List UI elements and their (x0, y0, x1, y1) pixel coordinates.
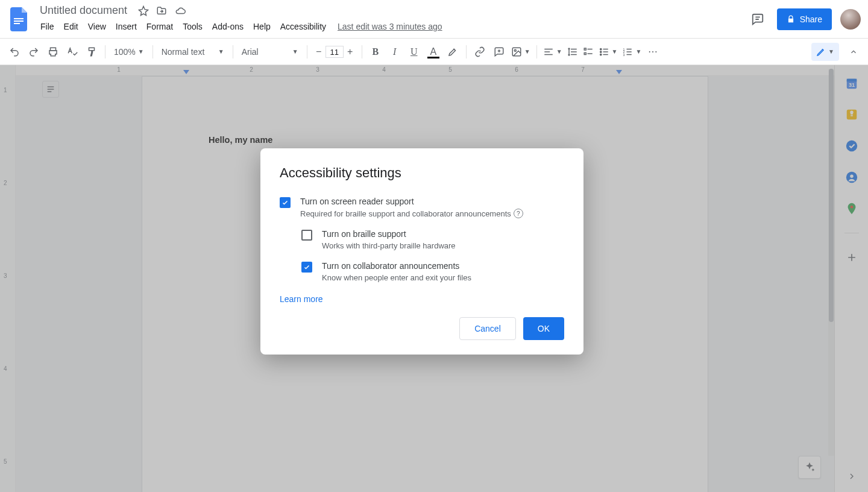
font-size-control: − 11 + (312, 45, 357, 58)
collapse-toolbar-button[interactable] (845, 43, 862, 60)
paint-format-button[interactable] (83, 43, 100, 60)
separator (233, 45, 233, 58)
doc-title-area: Untitled document File Edit View Insert … (36, 3, 448, 34)
workspace: 1 2 3 4 5 1 2 3 4 5 6 7 Hello, my name (0, 65, 868, 492)
cloud-status-icon[interactable] (174, 5, 186, 16)
caret-down-icon: ▼ (635, 48, 641, 55)
spellcheck-button[interactable] (64, 43, 81, 60)
svg-point-9 (600, 51, 601, 52)
caret-down-icon: ▼ (828, 48, 834, 55)
separator (153, 45, 153, 58)
font-size-decrease[interactable]: − (312, 45, 326, 58)
pencil-icon (816, 47, 826, 57)
italic-button[interactable]: I (386, 43, 403, 60)
header-bar: Untitled document File Edit View Insert … (0, 0, 868, 39)
menu-format[interactable]: Format (142, 19, 177, 34)
docs-logo[interactable] (7, 7, 31, 31)
insert-link-button[interactable] (471, 43, 488, 60)
paragraph-style-value: Normal text (162, 47, 205, 57)
font-value: Arial (242, 47, 259, 57)
dialog-title: Accessibility settings (280, 165, 564, 181)
align-dropdown[interactable]: ▼ (542, 43, 564, 60)
star-icon[interactable] (138, 5, 149, 16)
caret-down-icon: ▼ (218, 48, 224, 55)
doc-title[interactable]: Untitled document (36, 3, 131, 18)
bold-button[interactable]: B (367, 43, 384, 60)
svg-rect-1 (14, 20, 24, 22)
font-size-increase[interactable]: + (344, 45, 357, 58)
zoom-value: 100% (114, 47, 136, 57)
caret-down-icon: ▼ (292, 48, 298, 55)
highlight-button[interactable] (444, 43, 461, 60)
print-button[interactable] (45, 43, 61, 60)
undo-button[interactable] (6, 43, 23, 60)
numbered-list-dropdown[interactable]: 123▼ (621, 43, 643, 60)
font-size-value[interactable]: 11 (326, 46, 344, 58)
share-label: Share (800, 14, 822, 24)
option-label: Turn on screen reader support (300, 197, 523, 206)
underline-button[interactable]: U (406, 43, 423, 60)
svg-point-10 (600, 54, 601, 55)
paragraph-style-dropdown[interactable]: Normal text▼ (158, 43, 228, 60)
separator (105, 45, 105, 58)
menu-view[interactable]: View (84, 19, 110, 34)
separator (536, 45, 537, 58)
bulleted-list-dropdown[interactable]: ▼ (597, 43, 619, 60)
insert-comment-button[interactable] (491, 43, 508, 60)
menu-edit[interactable]: Edit (60, 19, 83, 34)
zoom-dropdown[interactable]: 100%▼ (110, 43, 148, 60)
caret-down-icon: ▼ (524, 48, 530, 55)
separator (362, 45, 362, 58)
checkbox-collab[interactable] (301, 262, 312, 273)
svg-rect-6 (584, 48, 586, 50)
svg-point-5 (514, 49, 516, 51)
caret-down-icon: ▼ (138, 48, 144, 55)
menu-help[interactable]: Help (249, 19, 275, 34)
insert-image-dropdown[interactable]: ▼ (510, 43, 532, 60)
last-edit-link[interactable]: Last edit was 3 minutes ago (332, 19, 448, 34)
redo-button[interactable] (25, 43, 42, 60)
accessibility-settings-dialog: Accessibility settings Turn on screen re… (260, 148, 583, 355)
option-screen-reader: Turn on screen reader support Required f… (280, 197, 564, 218)
svg-text:3: 3 (623, 52, 625, 56)
option-desc: Works with third-party braille hardware (322, 241, 456, 250)
line-spacing-dropdown[interactable] (566, 43, 579, 60)
caret-down-icon: ▼ (556, 48, 562, 55)
menu-file[interactable]: File (36, 19, 58, 34)
option-label: Turn on braille support (322, 229, 456, 239)
ok-button[interactable]: OK (523, 317, 564, 340)
menu-addons[interactable]: Add-ons (208, 19, 248, 34)
option-desc: Know when people enter and exit your fil… (322, 273, 471, 282)
option-desc: Required for braille support and collabo… (300, 209, 511, 218)
option-braille: Turn on braille support Works with third… (301, 229, 564, 250)
menu-insert[interactable]: Insert (112, 19, 141, 34)
text-color-button[interactable]: A (425, 43, 442, 60)
editing-mode-dropdown[interactable]: ▼ (811, 43, 839, 61)
svg-rect-0 (14, 18, 24, 19)
account-avatar[interactable] (840, 9, 861, 30)
checkbox-screen-reader[interactable] (280, 197, 291, 208)
share-button[interactable]: Share (777, 8, 832, 30)
open-comments-button[interactable] (747, 8, 769, 30)
font-dropdown[interactable]: Arial▼ (238, 43, 302, 60)
svg-rect-7 (584, 52, 586, 54)
caret-down-icon: ▼ (612, 48, 618, 55)
option-label: Turn on collaborator announcements (322, 261, 471, 271)
more-tools-button[interactable]: ⋯ (645, 43, 662, 60)
checkbox-braille[interactable] (301, 230, 312, 241)
menu-bar: File Edit View Insert Format Tools Add-o… (36, 19, 448, 34)
checklist-button[interactable] (582, 43, 595, 60)
separator (307, 45, 307, 58)
option-collaborator-announcements: Turn on collaborator announcements Know … (301, 261, 564, 282)
menu-accessibility[interactable]: Accessibility (276, 19, 330, 34)
toolbar: 100%▼ Normal text▼ Arial▼ − 11 + B I U A… (0, 39, 868, 65)
svg-point-8 (600, 48, 601, 49)
move-icon[interactable] (156, 5, 167, 16)
help-icon[interactable]: ? (514, 209, 523, 218)
separator (466, 45, 467, 58)
lock-icon (787, 15, 795, 24)
learn-more-link[interactable]: Learn more (280, 294, 323, 304)
svg-rect-2 (14, 23, 20, 24)
cancel-button[interactable]: Cancel (459, 317, 516, 340)
menu-tools[interactable]: Tools (178, 19, 207, 34)
